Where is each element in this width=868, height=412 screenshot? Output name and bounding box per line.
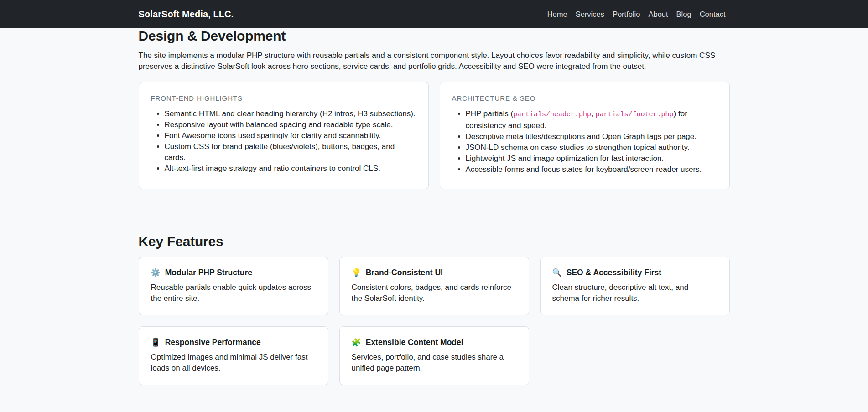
list-item: Accessible forms and focus states for ke…	[466, 164, 717, 175]
architecture-seo-heading: ARCHITECTURE & SEO	[452, 94, 717, 102]
puzzle-piece-icon: 🧩	[352, 339, 361, 346]
list-item: Alt-text-first image strategy and ratio …	[165, 163, 416, 174]
nav-link-blog[interactable]: Blog	[672, 6, 696, 22]
feature-title: Extensible Content Model	[366, 338, 463, 347]
lightbulb-icon: 💡	[352, 269, 361, 277]
list-item: Responsive layout with balanced spacing …	[165, 119, 416, 130]
brand-link[interactable]: SolarSoft Media, LLC.	[139, 9, 234, 20]
gear-icon: ⚙️	[151, 269, 161, 277]
features-grid: ⚙️ Modular PHP Structure Reusable partia…	[139, 257, 730, 385]
feature-description: Optimized images and minimal JS deliver …	[151, 352, 316, 374]
feature-description: Reusable partials enable quick updates a…	[151, 282, 316, 304]
nav-link-contact[interactable]: Contact	[696, 6, 730, 22]
inline-code: partials/header.php	[513, 111, 591, 118]
frontend-highlights-card: FRONT-END HIGHLIGHTS Semantic HTML and c…	[139, 82, 429, 189]
design-development-title: Design & Development	[139, 28, 730, 44]
highlights-cards-row: FRONT-END HIGHLIGHTS Semantic HTML and c…	[139, 82, 730, 189]
feature-description: Consistent colors, badges, and cards rei…	[352, 282, 517, 304]
navbar: SolarSoft Media, LLC. Home Services Port…	[0, 0, 868, 28]
feature-card-seo-accessibility: 🔍 SEO & Accessibility First Clean struct…	[540, 257, 730, 315]
nav-link-home[interactable]: Home	[543, 6, 572, 22]
list-item: Custom CSS for brand palette (blues/viol…	[165, 141, 416, 163]
main-content: Design & Development The site implements…	[133, 28, 735, 385]
magnifying-glass-icon: 🔍	[552, 269, 562, 277]
feature-title: Modular PHP Structure	[165, 268, 252, 278]
key-features-section: Key Features ⚙️ Modular PHP Structure Re…	[139, 234, 730, 385]
feature-title: Brand-Consistent UI	[366, 268, 443, 278]
inline-code: partials/footer.php	[596, 111, 674, 118]
frontend-highlights-heading: FRONT-END HIGHLIGHTS	[151, 94, 416, 102]
design-development-intro: The site implements a modular PHP struct…	[139, 50, 730, 72]
nav-links: Home Services Portfolio About Blog Conta…	[543, 6, 730, 22]
feature-card-brand-consistent-ui: 💡 Brand-Consistent UI Consistent colors,…	[339, 257, 529, 315]
nav-link-about[interactable]: About	[644, 6, 672, 22]
list-item: Semantic HTML and clear heading hierarch…	[165, 108, 416, 119]
feature-description: Clean structure, descriptive alt text, a…	[552, 282, 717, 304]
nav-link-portfolio[interactable]: Portfolio	[608, 6, 645, 22]
key-features-title: Key Features	[139, 234, 730, 249]
feature-title: Responsive Performance	[165, 338, 261, 347]
design-development-section: Design & Development The site implements…	[139, 28, 730, 189]
list-item: JSON-LD schema on case studies to streng…	[466, 142, 717, 153]
list-item-text: ,	[591, 109, 595, 118]
list-item: PHP partials (partials/header.php, parti…	[466, 108, 717, 131]
nav-link-services[interactable]: Services	[572, 6, 608, 22]
mobile-phone-icon: 📱	[151, 339, 161, 346]
feature-card-modular-php: ⚙️ Modular PHP Structure Reusable partia…	[139, 257, 328, 315]
list-item: Descriptive meta titles/descriptions and…	[466, 131, 717, 142]
list-item-text: PHP partials (	[466, 109, 514, 118]
architecture-seo-card: ARCHITECTURE & SEO PHP partials (partial…	[440, 82, 730, 189]
feature-card-extensible-content-model: 🧩 Extensible Content Model Services, por…	[339, 326, 529, 385]
feature-card-responsive-performance: 📱 Responsive Performance Optimized image…	[139, 326, 328, 385]
frontend-highlights-list: Semantic HTML and clear heading hierarch…	[151, 108, 416, 174]
list-item: Font Awesome icons used sparingly for cl…	[165, 130, 416, 141]
list-item: Lightweight JS and image optimization fo…	[466, 153, 717, 164]
feature-title: SEO & Accessibility First	[567, 268, 661, 278]
architecture-seo-list: PHP partials (partials/header.php, parti…	[452, 108, 717, 175]
feature-description: Services, portfolio, and case studies sh…	[352, 352, 517, 374]
